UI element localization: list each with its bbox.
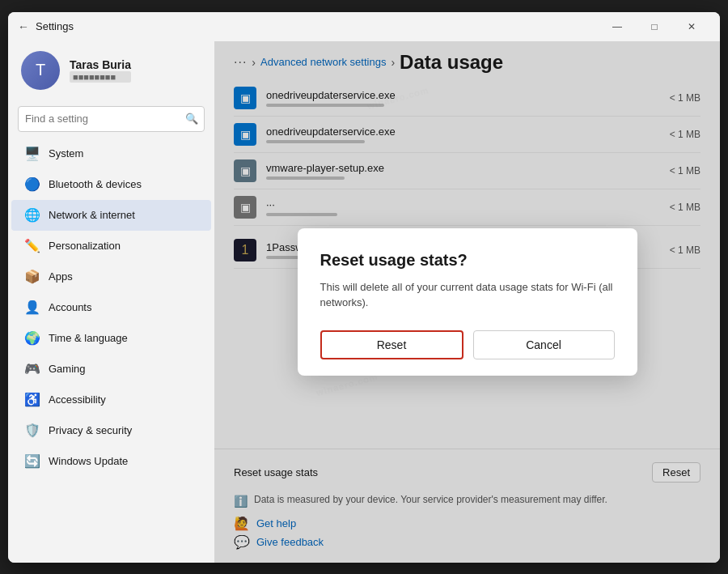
sidebar-item-accounts[interactable]: 👤 Accounts xyxy=(11,292,211,323)
update-icon: 🔄 xyxy=(24,453,40,470)
sidebar-item-network[interactable]: 🌐 Network & internet xyxy=(11,200,211,231)
sidebar-item-label: Bluetooth & devices xyxy=(49,178,142,190)
search-icon: 🔍 xyxy=(185,113,198,125)
sidebar-item-system[interactable]: 🖥️ System xyxy=(11,138,211,169)
avatar: T xyxy=(21,51,60,90)
close-button[interactable]: ✕ xyxy=(673,14,710,40)
dialog-title: Reset usage stats? xyxy=(320,251,615,270)
sidebar: T Taras Buria ■■■■■■■■ 🔍 🖥️ System 🔵 Blu… xyxy=(8,41,214,563)
maximize-button[interactable]: □ xyxy=(636,14,673,40)
user-email: ■■■■■■■■ xyxy=(70,71,131,83)
sidebar-item-label: Network & internet xyxy=(49,209,135,221)
time-icon: 🌍 xyxy=(24,330,40,347)
sidebar-item-label: Privacy & security xyxy=(49,424,132,436)
sidebar-item-label: System xyxy=(49,147,83,159)
sidebar-item-label: Time & language xyxy=(49,332,128,344)
sidebar-item-label: Windows Update xyxy=(49,455,128,467)
back-icon[interactable]: ← xyxy=(18,20,29,33)
personalization-icon: ✏️ xyxy=(24,238,40,254)
apps-icon: 📦 xyxy=(24,269,40,285)
minimize-button[interactable]: — xyxy=(599,14,636,40)
sidebar-item-apps[interactable]: 📦 Apps xyxy=(11,261,211,292)
user-name: Taras Buria xyxy=(70,58,131,71)
sidebar-item-label: Gaming xyxy=(49,363,86,375)
search-input[interactable] xyxy=(18,106,205,132)
sidebar-item-time[interactable]: 🌍 Time & language xyxy=(11,323,211,354)
privacy-icon: 🛡️ xyxy=(24,423,40,439)
sidebar-item-label: Personalization xyxy=(49,240,121,252)
sidebar-item-bluetooth[interactable]: 🔵 Bluetooth & devices xyxy=(11,169,211,200)
sidebar-item-label: Accounts xyxy=(49,301,91,313)
gaming-icon: 🎮 xyxy=(24,361,40,377)
dialog: Reset usage stats? This will delete all … xyxy=(298,228,637,376)
accounts-icon: 👤 xyxy=(24,300,40,316)
sidebar-item-accessibility[interactable]: ♿ Accessibility xyxy=(11,385,211,415)
dialog-cancel-button[interactable]: Cancel xyxy=(473,330,615,359)
dialog-reset-button[interactable]: Reset xyxy=(320,330,463,359)
dialog-overlay: Reset usage stats? This will delete all … xyxy=(214,41,720,563)
bluetooth-icon: 🔵 xyxy=(24,176,40,193)
main-content: ··· › Advanced network settings › Data u… xyxy=(214,41,720,563)
window-title: Settings xyxy=(36,20,74,32)
user-info: Taras Buria ■■■■■■■■ xyxy=(70,58,131,83)
sidebar-item-label: Apps xyxy=(49,270,73,283)
title-bar-controls: — □ ✕ xyxy=(599,14,710,40)
accessibility-icon: ♿ xyxy=(24,392,40,408)
sidebar-item-personalization[interactable]: ✏️ Personalization xyxy=(11,231,211,261)
sidebar-item-privacy[interactable]: 🛡️ Privacy & security xyxy=(11,415,211,446)
title-bar-left: ← Settings xyxy=(18,20,74,33)
dialog-buttons: Reset Cancel xyxy=(320,330,615,359)
sidebar-item-label: Accessibility xyxy=(49,393,106,406)
sidebar-item-update[interactable]: 🔄 Windows Update xyxy=(11,446,211,477)
search-box[interactable]: 🔍 xyxy=(18,106,205,132)
sidebar-item-gaming[interactable]: 🎮 Gaming xyxy=(11,354,211,385)
dialog-body: This will delete all of your current dat… xyxy=(320,279,615,311)
user-section: T Taras Buria ■■■■■■■■ xyxy=(8,41,214,100)
network-icon: 🌐 xyxy=(24,207,40,223)
system-icon: 🖥️ xyxy=(24,146,40,162)
